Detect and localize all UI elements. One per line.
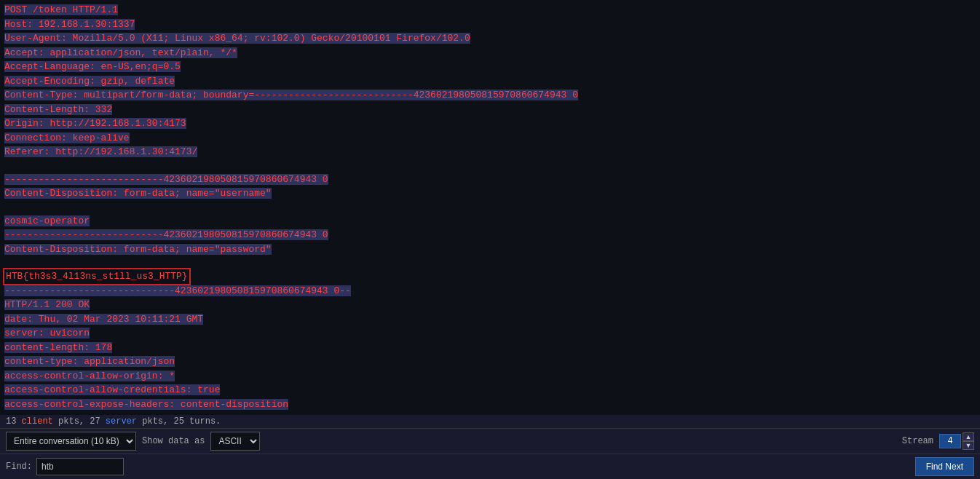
stream-label: Stream <box>902 436 933 446</box>
packet-content[interactable]: POST /token HTTP/1.1 Host: 192.168.1.30:… <box>0 0 980 415</box>
line-24: access-control-allow-credentials: true <box>4 383 976 397</box>
find-input[interactable] <box>36 458 124 475</box>
stream-up-button[interactable]: ▲ <box>963 432 974 441</box>
line-25: access-control-expose-headers: content-d… <box>4 397 976 412</box>
line-21: content-length: 178 <box>4 341 976 355</box>
line-10: Connection: keep-alive <box>4 131 976 146</box>
client-label: client <box>22 416 53 427</box>
line-1: POST /token HTTP/1.1 <box>4 3 976 17</box>
line-6: Accept-Encoding: gzip, deflate <box>4 74 976 89</box>
line-7: Content-Type: multipart/form-data; bound… <box>4 88 976 103</box>
line-11: Referer: http://192.168.1.30:4173/ <box>4 145 976 159</box>
line-3: User-Agent: Mozilla/5.0 (X11; Linux x86_… <box>4 31 976 46</box>
empty-line-2 <box>4 201 976 214</box>
line-4: Accept: application/json, text/plain, */… <box>4 46 976 60</box>
find-label: Find: <box>6 462 32 472</box>
line-8: Content-Length: 332 <box>4 103 976 117</box>
server-label: server <box>106 416 137 427</box>
line-5: Accept-Language: en-US,en;q=0.5 <box>4 60 976 74</box>
empty-line-3 <box>4 256 976 269</box>
show-data-label: Show data as <box>142 436 205 446</box>
stream-down-button[interactable]: ▼ <box>963 441 974 450</box>
line-23: access-control-allow-origin: * <box>4 369 976 384</box>
format-select[interactable]: ASCII Hex UTF-8 YAML <box>210 432 260 451</box>
line-12: ----------------------------423602198050… <box>4 173 976 187</box>
line-15: ----------------------------423602198050… <box>4 228 976 242</box>
stream-control: 4 ▲ ▼ <box>939 432 974 450</box>
status-bar: 13 client pkts, 27 server pkts, 25 turns… <box>0 415 980 428</box>
find-bar: Find: Find Next <box>0 454 980 479</box>
line-17: ------------------------------4236021980… <box>4 284 976 298</box>
line-13: Content-Disposition: form-data; name="us… <box>4 186 976 201</box>
status-text: 13 client pkts, 27 server pkts, 25 turns… <box>6 416 221 427</box>
line-19: date: Thu, 02 Mar 2023 10:11:21 GMT <box>4 312 976 327</box>
conversation-select[interactable]: Entire conversation (10 kB) <box>6 432 136 451</box>
line-9: Origin: http://192.168.1.30:4173 <box>4 116 976 131</box>
line-16: Content-Disposition: form-data; name="pa… <box>4 242 976 257</box>
stream-value: 4 <box>939 434 961 448</box>
line-20: server: uvicorn <box>4 326 976 341</box>
line-2: Host: 192.168.1.30:1337 <box>4 17 976 32</box>
line-14: cosmic-operator <box>4 214 976 229</box>
toolbar: Entire conversation (10 kB) Show data as… <box>0 428 980 454</box>
find-next-button[interactable]: Find Next <box>915 457 974 476</box>
empty-line-1 <box>4 159 976 173</box>
stream-arrows: ▲ ▼ <box>963 432 974 450</box>
line-flag: HTB{th3s3_4l13ns_st1ll_us3_HTTP} <box>4 269 976 284</box>
line-18: HTTP/1.1 200 OK <box>4 298 976 312</box>
line-22: content-type: application/json <box>4 355 976 369</box>
